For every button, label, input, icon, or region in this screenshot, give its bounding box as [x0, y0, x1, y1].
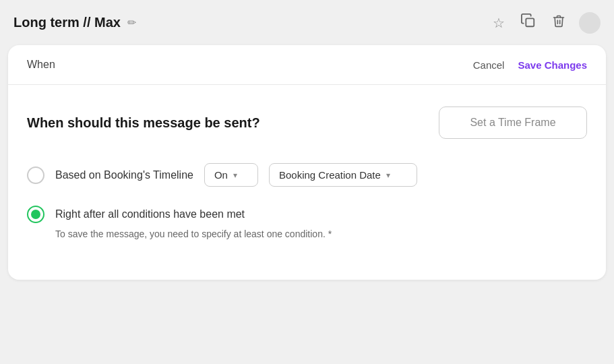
- question-text: When should this message be sent?: [27, 115, 260, 131]
- time-frame-button[interactable]: Set a Time Frame: [439, 107, 587, 139]
- avatar: [579, 12, 601, 34]
- copy-button[interactable]: [518, 11, 539, 34]
- option1-label: Based on Booking's Timeline: [55, 169, 193, 181]
- option2-label: Right after all conditions have been met: [55, 208, 245, 220]
- option-conditions-row[interactable]: Right after all conditions have been met: [27, 206, 587, 223]
- radio-conditions[interactable]: [27, 206, 44, 223]
- card-header: When Cancel Save Changes: [8, 45, 606, 85]
- chevron-down-icon-2: ▾: [386, 171, 390, 180]
- on-dropdown[interactable]: On ▾: [204, 163, 258, 187]
- option2-subtext: To save the message, you need to specify…: [27, 229, 587, 239]
- page-title: Long term // Max: [13, 15, 121, 30]
- cancel-button[interactable]: Cancel: [473, 59, 505, 71]
- option-conditions-group: Right after all conditions have been met…: [27, 206, 587, 239]
- star-button[interactable]: ☆: [490, 12, 508, 34]
- radio-inner-dot: [31, 210, 40, 219]
- top-bar-left: Long term // Max ✏: [13, 15, 136, 30]
- booking-date-dropdown[interactable]: Booking Creation Date ▾: [269, 163, 417, 187]
- booking-date-value: Booking Creation Date: [279, 169, 381, 181]
- card-body: When should this message be sent? Set a …: [8, 85, 606, 280]
- main-card: When Cancel Save Changes When should thi…: [8, 45, 606, 280]
- question-row: When should this message be sent? Set a …: [27, 107, 587, 139]
- condition-subtext: To save the message, you need to specify…: [55, 229, 332, 239]
- top-bar-actions: ☆: [490, 11, 601, 34]
- top-bar: Long term // Max ✏ ☆: [0, 0, 614, 45]
- option-booking-timeline[interactable]: Based on Booking's Timeline On ▾ Booking…: [27, 163, 587, 187]
- trash-icon: [552, 13, 565, 32]
- delete-button[interactable]: [549, 11, 568, 34]
- on-dropdown-value: On: [214, 169, 228, 181]
- edit-icon[interactable]: ✏: [127, 16, 136, 29]
- radio-booking-timeline[interactable]: [27, 166, 44, 184]
- star-icon: ☆: [493, 15, 505, 31]
- svg-rect-0: [526, 18, 534, 26]
- save-button[interactable]: Save Changes: [518, 59, 587, 71]
- card-header-title: When: [27, 59, 55, 71]
- chevron-down-icon: ▾: [233, 171, 237, 180]
- card-header-actions: Cancel Save Changes: [473, 59, 587, 71]
- copy-icon: [521, 13, 536, 32]
